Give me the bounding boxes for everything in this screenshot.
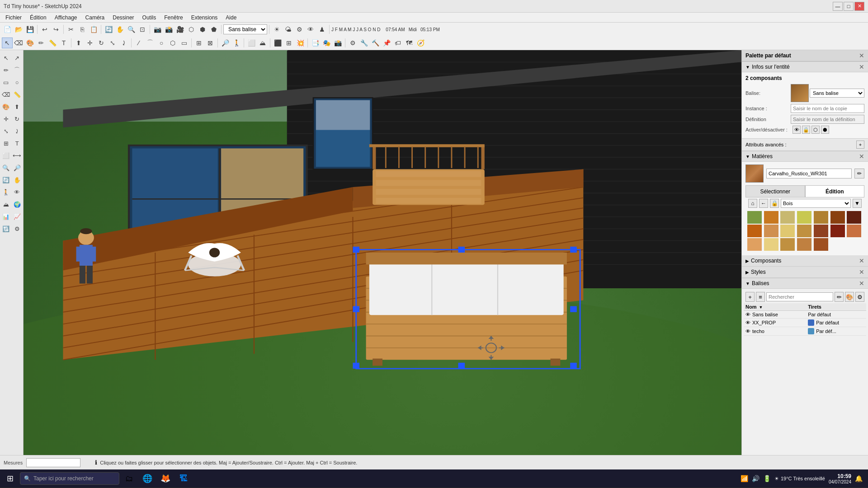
walk-tool[interactable]: 🚶 — [231, 38, 242, 48]
lp-zoom2[interactable]: 🔎 — [12, 162, 23, 173]
balises-add-btn[interactable]: + — [745, 292, 755, 302]
balises-color-btn[interactable]: 🎨 — [845, 292, 854, 302]
swatch-2[interactable] — [780, 211, 795, 224]
lp-extra4[interactable]: ⚙ — [12, 223, 23, 234]
matieres-close[interactable]: ✕ — [859, 153, 864, 160]
lp-section[interactable]: ⬜ — [1, 150, 11, 161]
mat-nav-lock[interactable]: 🔒 — [770, 199, 779, 208]
circle-tool[interactable]: ○ — [156, 38, 167, 48]
lp-scale[interactable]: ⤡ — [1, 126, 11, 136]
shadow-btn1[interactable]: ☀ — [271, 24, 282, 35]
lp-walk[interactable]: 🚶 — [1, 187, 11, 197]
notifications-icon[interactable]: 🔔 — [855, 475, 863, 482]
pan-button[interactable]: ✋ — [114, 24, 125, 35]
lp-follow[interactable]: ⤸ — [12, 126, 23, 136]
swatch-3[interactable] — [797, 211, 811, 224]
instance-input[interactable] — [791, 104, 864, 113]
menu-edition[interactable]: Édition — [26, 14, 50, 22]
shadow-btn5[interactable]: ♟ — [316, 24, 327, 35]
balises-search-input[interactable] — [766, 292, 833, 301]
balise-visibility-icon[interactable]: 👁 — [745, 328, 750, 334]
minimize-button[interactable]: — — [833, 2, 843, 11]
taskbar-sketchup[interactable]: 🏗 — [175, 470, 192, 487]
shadow-btn2[interactable]: 🌤 — [283, 24, 293, 35]
extra1-btn[interactable]: ⚙ — [347, 38, 358, 48]
menu-dessiner[interactable]: Dessiner — [109, 14, 137, 22]
lp-extra1[interactable]: 📊 — [1, 211, 11, 222]
polygon-tool[interactable]: ⬡ — [167, 38, 178, 48]
extra4-btn[interactable]: 📌 — [381, 38, 392, 48]
arc-tool[interactable]: ⌒ — [145, 38, 156, 48]
follow-tool[interactable]: ⤸ — [118, 38, 129, 48]
paste-button[interactable]: 📋 — [88, 24, 99, 35]
undo-button[interactable]: ↩ — [39, 24, 50, 35]
rotate-tool[interactable]: ↻ — [96, 38, 107, 48]
lp-rotate[interactable]: ↻ — [12, 113, 23, 124]
balise-visibility-icon[interactable]: 👁 — [745, 320, 750, 325]
balises-details-btn[interactable]: ≡ — [756, 292, 765, 302]
pencil-tool[interactable]: ✏ — [36, 38, 47, 48]
lp-select[interactable]: ↖ — [1, 52, 11, 63]
zoomext-button[interactable]: ⊡ — [137, 24, 148, 35]
swatch-1[interactable] — [764, 211, 778, 224]
orbit-button[interactable]: 🔄 — [103, 24, 114, 35]
volume-icon[interactable]: 🔊 — [752, 475, 760, 482]
balises-edit-btn[interactable]: ✏ — [835, 292, 844, 302]
shadow-btn4[interactable]: 👁 — [305, 24, 316, 35]
lp-zoom[interactable]: 🔍 — [1, 162, 11, 173]
lp-look[interactable]: 👁 — [12, 187, 23, 197]
balise-dropdown[interactable]: Sans balise — [810, 89, 864, 98]
mat-nav-back[interactable]: ← — [759, 199, 768, 208]
text-tool[interactable]: T — [58, 38, 69, 48]
menu-aide[interactable]: Aide — [222, 14, 240, 22]
wifi-icon[interactable]: 📶 — [741, 475, 748, 482]
composants-section[interactable]: ▶ Composants ✕ — [742, 255, 868, 267]
swatch-15[interactable] — [764, 238, 778, 251]
lp-eraser[interactable]: ⌫ — [1, 89, 11, 100]
sandbox-tool[interactable]: ⛰ — [257, 38, 268, 48]
tape-tool[interactable]: 📏 — [47, 38, 58, 48]
mat-nav-arrow[interactable]: ▼ — [853, 199, 862, 208]
taskbar-app1[interactable]: 🦊 — [157, 470, 174, 487]
camera1-button[interactable]: 📷 — [152, 24, 163, 35]
save-button[interactable]: 💾 — [24, 24, 35, 35]
lp-pan[interactable]: ✋ — [12, 174, 23, 185]
swatch-13[interactable] — [847, 225, 861, 237]
table-row[interactable]: 👁 Sans balise Par défaut — [744, 311, 866, 319]
lp-arc[interactable]: ⌒ — [12, 65, 23, 75]
menu-outils[interactable]: Outils — [139, 14, 160, 22]
scene-btn[interactable]: 📸 — [332, 38, 343, 48]
material-btn[interactable]: 🎭 — [321, 38, 332, 48]
menu-fichier[interactable]: Fichier — [2, 14, 25, 22]
swatch-17[interactable] — [797, 238, 811, 251]
shadow-icon[interactable]: ⬡ — [811, 126, 820, 134]
zoom-button[interactable]: 🔍 — [126, 24, 137, 35]
swatch-5[interactable] — [830, 211, 845, 224]
shadow2-icon[interactable]: ⬢ — [821, 126, 829, 134]
lp-circle[interactable]: ○ — [12, 77, 23, 88]
tab-selectionner[interactable]: Sélectionner — [745, 185, 805, 197]
swatch-6[interactable] — [847, 211, 861, 224]
swatch-8[interactable] — [764, 225, 778, 237]
taskbar-files[interactable]: 🗂 — [121, 470, 137, 487]
move-tool[interactable]: ✛ — [85, 38, 95, 48]
swatch-16[interactable] — [780, 238, 795, 251]
visibility-icon[interactable]: 👁 — [793, 126, 801, 134]
layer-btn[interactable]: 📑 — [310, 38, 321, 48]
lp-push[interactable]: ⬆ — [12, 101, 23, 112]
maximize-button[interactable]: □ — [844, 2, 854, 11]
intersect-tool[interactable]: ⊠ — [205, 38, 216, 48]
balises-close[interactable]: ✕ — [859, 280, 864, 287]
extra3-btn[interactable]: 🔨 — [370, 38, 381, 48]
lock-icon[interactable]: 🔒 — [802, 126, 810, 134]
taskbar-search[interactable]: 🔍 Taper ici pour rechercher — [20, 472, 119, 485]
start-button[interactable]: ⊞ — [2, 470, 18, 487]
shadow-btn3[interactable]: ⚙ — [294, 24, 305, 35]
camera6-button[interactable]: ⬟ — [208, 24, 219, 35]
panel-close-button[interactable]: ✕ — [859, 52, 864, 59]
swatch-10[interactable] — [797, 225, 811, 237]
lp-sandbox[interactable]: ⛰ — [1, 199, 11, 210]
lp-paint[interactable]: 🎨 — [1, 101, 11, 112]
extra5-btn[interactable]: 🏷 — [392, 38, 403, 48]
line-tool[interactable]: ∕ — [133, 38, 144, 48]
